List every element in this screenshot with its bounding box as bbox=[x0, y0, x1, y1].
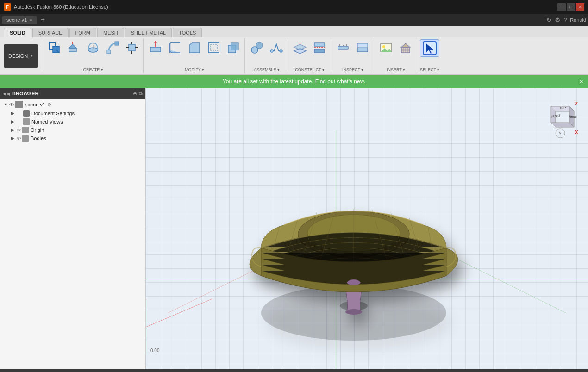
close-button[interactable]: ✕ bbox=[576, 3, 584, 11]
svg-rect-31 bbox=[314, 49, 325, 53]
help-icon[interactable]: ? bbox=[563, 16, 567, 24]
3d-object bbox=[219, 132, 488, 346]
svg-rect-22 bbox=[231, 43, 238, 50]
ribbon-tabs: SOLID SURFACE FORM MESH SHEET METAL TOOL… bbox=[0, 26, 588, 37]
svg-text:Z: Z bbox=[575, 101, 578, 106]
bodies-label: Bodies bbox=[31, 136, 46, 141]
bodies-visibility-icon[interactable]: 👁 bbox=[17, 136, 21, 141]
svg-text:X: X bbox=[575, 130, 578, 135]
inspect-group: INSPECT ▾ bbox=[332, 38, 374, 73]
expand-origin-arrow[interactable]: ▶ bbox=[11, 128, 17, 132]
main-area: ◀◀ BROWSER ⊕ ⧉ ▼ 👁 scene v1 ⚙ ▶ bbox=[0, 88, 588, 369]
svg-rect-30 bbox=[314, 43, 325, 46]
press-pull-button[interactable] bbox=[146, 39, 165, 56]
measure-button[interactable] bbox=[334, 39, 352, 56]
scene-tab[interactable]: scene v1 × bbox=[2, 16, 37, 24]
scene-settings-icon[interactable]: ⚙ bbox=[47, 102, 51, 107]
tab-tools[interactable]: TOOLS bbox=[173, 28, 202, 37]
tree-node-named-views[interactable]: ▶ Named Views bbox=[0, 118, 145, 126]
tree-node-scene[interactable]: ▼ 👁 scene v1 ⚙ bbox=[0, 100, 145, 109]
svg-rect-3 bbox=[69, 48, 76, 52]
tab-solid[interactable]: SOLID bbox=[4, 28, 31, 37]
scene-tab-close[interactable]: × bbox=[30, 18, 32, 23]
tree-node-origin[interactable]: ▶ 👁 Origin bbox=[0, 126, 145, 134]
app-icon: F bbox=[4, 3, 11, 11]
tab-mesh[interactable]: MESH bbox=[97, 28, 124, 37]
window-controls: ─ □ ✕ bbox=[557, 3, 584, 11]
tree-node-bodies[interactable]: ▶ 👁 Bodies bbox=[0, 134, 145, 143]
expand-views-arrow[interactable]: ▶ bbox=[11, 119, 17, 124]
add-tab-button[interactable]: + bbox=[38, 16, 48, 24]
origin-visibility-icon[interactable]: 👁 bbox=[17, 128, 21, 133]
sweep-button[interactable] bbox=[103, 39, 122, 56]
doc-settings-icon bbox=[23, 110, 30, 117]
design-button[interactable]: DESIGN ▼ bbox=[4, 44, 38, 68]
svg-text:TOP: TOP bbox=[559, 106, 566, 110]
collapse-browser-button[interactable]: ◀◀ bbox=[3, 91, 10, 96]
browser-expand-icon[interactable]: ⧉ bbox=[139, 91, 143, 97]
tab-sheet-metal[interactable]: SHEET METAL bbox=[125, 28, 172, 37]
user-label: Ronald bbox=[570, 17, 586, 23]
notification-close[interactable]: × bbox=[580, 78, 583, 85]
coordinates-display: 0.00 bbox=[150, 348, 159, 353]
select-button[interactable] bbox=[420, 39, 439, 57]
construct-group-label: CONSTRUCT ▾ bbox=[295, 68, 325, 72]
assemble-group: ASSEMBLE ▾ bbox=[246, 38, 288, 73]
svg-rect-10 bbox=[129, 44, 135, 51]
notification-link[interactable]: Find out what's new. bbox=[315, 78, 365, 85]
svg-marker-44 bbox=[401, 43, 410, 47]
assemble-group-label: ASSEMBLE ▾ bbox=[254, 68, 280, 72]
scene-tab-label: scene v1 bbox=[6, 17, 27, 23]
svg-point-25 bbox=[270, 50, 273, 52]
revolve-button[interactable] bbox=[84, 39, 102, 56]
expand-bodies-arrow[interactable]: ▶ bbox=[11, 136, 17, 141]
section-analysis-button[interactable] bbox=[353, 39, 372, 56]
chamfer-button[interactable] bbox=[185, 39, 204, 56]
move-button[interactable] bbox=[123, 39, 141, 56]
tree-node-doc-settings[interactable]: ▶ Document Settings bbox=[0, 109, 145, 118]
svg-point-60 bbox=[345, 309, 362, 315]
svg-marker-17 bbox=[154, 41, 157, 43]
expand-scene-arrow[interactable]: ▼ bbox=[4, 102, 9, 107]
svg-point-26 bbox=[280, 50, 282, 52]
tab-bar: scene v1 × + ↻ ⚙ ? Ronald bbox=[0, 14, 588, 26]
extrude-button[interactable] bbox=[64, 39, 83, 56]
svg-point-24 bbox=[256, 42, 263, 49]
tab-right-icons: ↻ ⚙ ? Ronald bbox=[546, 16, 586, 24]
browser-header: ◀◀ BROWSER ⊕ ⧉ bbox=[0, 88, 145, 99]
scene-visibility-icon[interactable]: 👁 bbox=[9, 102, 14, 107]
svg-rect-39 bbox=[357, 43, 368, 48]
tab-surface[interactable]: SURFACE bbox=[32, 28, 69, 37]
svg-marker-28 bbox=[294, 44, 306, 50]
minimize-button[interactable]: ─ bbox=[557, 3, 566, 11]
insert-mesh-button[interactable] bbox=[396, 39, 415, 56]
viewcube[interactable]: Z X TOP FRONT RIGHT bbox=[542, 97, 579, 134]
browser-title: BROWSER bbox=[12, 91, 131, 96]
maximize-button[interactable]: □ bbox=[567, 3, 575, 11]
browser-add-icon[interactable]: ⊕ bbox=[133, 91, 137, 97]
svg-rect-20 bbox=[211, 44, 217, 51]
shell-button[interactable] bbox=[205, 39, 223, 56]
tab-form[interactable]: FORM bbox=[69, 28, 96, 37]
scene-label: scene v1 bbox=[25, 102, 45, 107]
offset-plane-button[interactable] bbox=[291, 39, 309, 56]
svg-rect-33 bbox=[338, 46, 348, 49]
doc-settings-label: Document Settings bbox=[31, 111, 75, 116]
expand-doc-arrow[interactable]: ▶ bbox=[11, 111, 17, 116]
refresh-icon[interactable]: ↻ bbox=[546, 16, 552, 24]
svg-rect-19 bbox=[209, 43, 219, 53]
joint-button[interactable] bbox=[248, 39, 266, 56]
fillet-button[interactable] bbox=[166, 39, 184, 56]
design-dropdown-arrow: ▼ bbox=[30, 54, 33, 58]
design-label: DESIGN bbox=[8, 53, 28, 59]
combine-button[interactable] bbox=[224, 39, 243, 56]
new-component-button[interactable] bbox=[45, 39, 63, 56]
named-views-icon bbox=[23, 118, 30, 125]
viewport[interactable]: Z X TOP FRONT RIGHT bbox=[146, 88, 588, 369]
insert-photo-button[interactable] bbox=[377, 39, 395, 56]
midplane-button[interactable] bbox=[310, 39, 329, 56]
motion-link-button[interactable] bbox=[267, 39, 286, 56]
settings-icon[interactable]: ⚙ bbox=[555, 16, 561, 24]
svg-rect-8 bbox=[107, 50, 111, 54]
ribbon: DESIGN ▼ bbox=[0, 37, 588, 74]
